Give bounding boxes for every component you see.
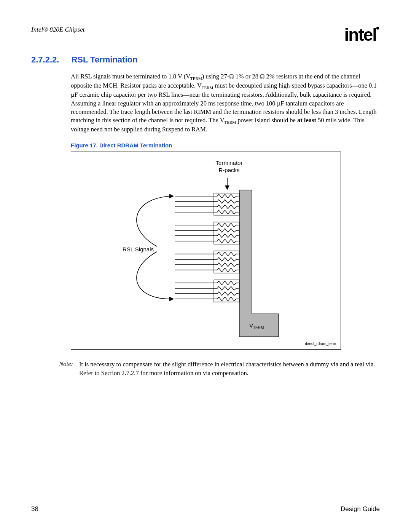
section-number: 2.7.2.2. xyxy=(31,55,59,65)
figure-label-rsl: RSL Signals xyxy=(123,246,154,253)
note-text: It is necessary to compensate for the sl… xyxy=(79,360,380,377)
vterm-prefix: V xyxy=(249,322,253,329)
footer-doc-name: Design Guide xyxy=(341,505,380,513)
svg-marker-22 xyxy=(169,194,174,198)
subscript-term: TERM xyxy=(225,120,236,125)
para-bold: at least xyxy=(297,117,316,124)
section-title: RSL Termination xyxy=(71,55,137,65)
subscript-term: TERM xyxy=(190,76,202,81)
svg-marker-23 xyxy=(169,297,174,301)
subscript-term: TERM xyxy=(202,85,213,90)
svg-marker-1 xyxy=(225,185,229,190)
figure-label-line: R-packs xyxy=(218,167,239,173)
figure-file-tag: direct_rdram_term xyxy=(305,342,336,347)
termination-diagram-svg xyxy=(71,152,341,350)
intel-logo: intel● xyxy=(344,26,380,43)
figure-caption: Figure 17. Direct RDRAM Termination xyxy=(71,142,380,149)
body-paragraph: All RSL signals must be terminated to 1.… xyxy=(71,72,380,134)
figure-label-line: Terminator xyxy=(216,160,243,166)
figure-label-terminator: Terminator R-packs xyxy=(206,160,252,174)
page-number: 38 xyxy=(31,505,38,513)
note-label: Note: xyxy=(55,360,73,377)
para-text: All RSL signals must be terminated to 1.… xyxy=(71,73,190,80)
doc-header-title: Intel® 820E Chipset xyxy=(31,26,84,34)
note-block: Note: It is necessary to compensate for … xyxy=(55,360,380,377)
para-text: power island should be xyxy=(236,117,297,124)
figure-label-vterm: VTERM xyxy=(249,322,264,331)
vterm-sub: TERM xyxy=(253,326,264,330)
figure-diagram: Terminator R-packs RSL Signals VTERM dir… xyxy=(71,152,341,350)
section-heading: 2.7.2.2. RSL Termination xyxy=(31,55,380,65)
